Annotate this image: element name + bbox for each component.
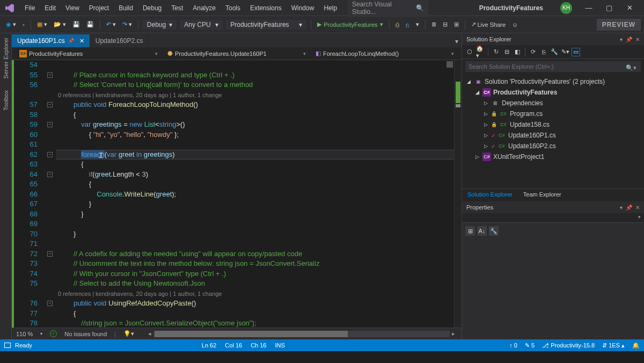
pin-icon[interactable]: 📌 [68, 38, 74, 43]
close-button[interactable]: ✕ [619, 0, 640, 16]
toolbox-tab[interactable]: Toolbox [2, 89, 10, 112]
panel-dropdown-icon[interactable]: ▾ [620, 205, 623, 210]
redo-button[interactable]: ↷▾ [120, 19, 135, 30]
navigation-bar: C#ProductivityFeatures▾ ⬣ProductivityFea… [12, 47, 462, 60]
status-col[interactable]: Col 16 [225, 342, 242, 349]
liveshare-button[interactable]: ↗ Live Share [469, 19, 509, 30]
standard-toolbar: ◉ ▾ • ▦▾ 📂▾ 💾 💾 ↶▾ ↷▾ Debug▾ Any CPU▾ Pr… [0, 16, 644, 33]
quick-launch[interactable]: Search Visual Studio... 🔍 [348, 0, 428, 17]
code-editor[interactable]: 5455565758596061626364656667686970717273… [12, 60, 462, 328]
home-button[interactable]: 🏠▾ [476, 48, 485, 56]
status-ch[interactable]: Ch 16 [251, 342, 266, 349]
sort-icon[interactable]: A↓ [477, 226, 487, 236]
user-avatar[interactable]: KH [560, 2, 572, 14]
fold-column[interactable]: −−−−−−− [46, 60, 56, 328]
copy-icon[interactable]: ⎘ [539, 48, 548, 56]
nav-type[interactable]: ⬣ProductivityFeatures.Update160P1▾ [164, 49, 309, 58]
branch-indicator[interactable]: ⎇ Productivity-15.8 [542, 342, 595, 349]
menu-extensions[interactable]: Extensions [246, 2, 286, 14]
nav-member[interactable]: ◧ForeachLoopToLinqMethod()▾ [312, 49, 457, 58]
menu-build[interactable]: Build [114, 2, 137, 14]
menu-tools[interactable]: Tools [221, 2, 245, 14]
nav-back-button[interactable]: ◉ ▾ [3, 19, 19, 30]
indent-button-3[interactable]: ⊞ [451, 19, 462, 30]
output-icon[interactable] [4, 343, 11, 348]
pending-changes[interactable]: ✎ 5 [525, 342, 535, 349]
tree-item-dependencies[interactable]: ▷⊞Dependencies [463, 98, 643, 108]
nav-forward-button[interactable]: • [20, 20, 27, 30]
home-icon[interactable]: ⬡ [465, 48, 474, 56]
tree-item-xunittestproject1[interactable]: ▷C#XUnitTestProject1 [463, 151, 643, 162]
publish-up[interactable]: ↑ 0 [509, 342, 517, 349]
config-combo[interactable]: Debug▾ [143, 20, 177, 30]
menu-file[interactable]: File [20, 2, 39, 14]
split-button[interactable] [447, 61, 453, 68]
indent-button-1[interactable]: ≣ [429, 19, 439, 30]
menu-analyze[interactable]: Analyze [188, 2, 220, 14]
tab-team-explorer[interactable]: Team Explorer [518, 189, 567, 201]
props-wrench-icon[interactable]: 🔧 [489, 226, 499, 236]
minimize-button[interactable]: — [579, 0, 599, 16]
menu-edit[interactable]: Edit [40, 2, 60, 14]
repo-indicator[interactable]: ⇵ 1ES ▴ [602, 342, 625, 349]
undo-button[interactable]: ↶▾ [104, 19, 119, 30]
tree-item-update160p2-cs[interactable]: ▷✓C#Update160P2.cs [463, 141, 643, 151]
panel-close-icon[interactable]: ✕ [635, 37, 640, 42]
menu-view[interactable]: View [61, 2, 84, 14]
startup-combo[interactable]: ProductivityFeatures▾ [226, 20, 306, 30]
properties-icon[interactable]: 🔧 [550, 48, 559, 56]
solution-search-input[interactable] [465, 61, 641, 72]
refresh-icon[interactable]: ⟳ [529, 48, 537, 56]
properties-combo[interactable]: ▾ [462, 213, 644, 223]
step-button-2[interactable]: ⎌ [403, 20, 412, 30]
new-project-button[interactable]: ▦▾ [34, 19, 50, 30]
menu-window[interactable]: Window [287, 2, 319, 14]
tree-item-update158-cs[interactable]: ▷🔒C#Update158.cs [463, 119, 643, 130]
tab-update160p1[interactable]: Update160P1.cs 📌 ✕ [12, 34, 90, 47]
platform-combo[interactable]: Any CPU▾ [180, 20, 223, 30]
panel-pin-icon[interactable]: 📌 [626, 37, 632, 42]
menu-test[interactable]: Test [167, 2, 187, 14]
scroll-map[interactable] [454, 60, 462, 328]
open-file-button[interactable]: 📂▾ [51, 19, 69, 30]
wrench-icon[interactable]: ✎▾ [561, 48, 569, 56]
save-all-button[interactable]: 💾 [84, 19, 97, 30]
menu-debug[interactable]: Debug [138, 2, 166, 14]
horizontal-scrollbar[interactable]: ◂ ▸ [146, 331, 457, 337]
notifications-icon[interactable]: 🔔 [632, 342, 640, 349]
panel-pin-icon[interactable]: 📌 [626, 205, 632, 210]
tree-item-productivityfeatures[interactable]: ◢C#ProductivityFeatures [463, 87, 643, 98]
categorize-icon[interactable]: ⊞ [465, 226, 475, 236]
sync-icon[interactable]: ↻ [492, 48, 500, 56]
panel-close-icon[interactable]: ✕ [635, 205, 640, 210]
step-button-3[interactable]: ▾ [413, 19, 422, 30]
tree-item-program-cs[interactable]: ▷🔒C#Program.cs [463, 108, 643, 119]
menu-project[interactable]: Project [85, 2, 113, 14]
indent-button-2[interactable]: ⊟ [440, 19, 450, 30]
status-ins[interactable]: INS [275, 342, 284, 349]
close-icon[interactable]: ✕ [79, 38, 84, 45]
tab-overflow-button[interactable]: ▾ [452, 35, 462, 47]
status-line[interactable]: Ln 62 [202, 342, 217, 349]
feedback-button[interactable]: ☺ [509, 20, 521, 30]
issues-text[interactable]: No issues found [64, 331, 107, 337]
step-button-1[interactable]: ⎙ [393, 20, 402, 30]
start-debug-button[interactable]: ▶ ProductivityFeatures ▾ [314, 19, 385, 30]
tree-item-update160p1-cs[interactable]: ▷✓C#Update160P1.cs [463, 130, 643, 141]
show-all-icon[interactable]: ◧ [513, 48, 522, 56]
maximize-button[interactable]: ▢ [599, 0, 619, 16]
tab-solution-explorer[interactable]: Solution Explorer [462, 189, 518, 201]
tab-update160p2[interactable]: Update160P2.cs [90, 34, 149, 47]
panel-dropdown-icon[interactable]: ▾ [620, 37, 623, 42]
zoom-level[interactable]: 110 % [16, 331, 33, 337]
menu-help[interactable]: Help [319, 2, 341, 14]
collapse-icon[interactable]: ⊟ [502, 48, 511, 56]
search-icon[interactable]: 🔍▾ [626, 64, 636, 71]
solution-tree[interactable]: ◢▣Solution 'ProductivityFeatures' (2 pro… [462, 74, 644, 188]
lightbulb-icon[interactable]: 💡▾ [123, 330, 134, 337]
preview-toggle[interactable]: ▭ [572, 48, 580, 56]
nav-project[interactable]: C#ProductivityFeatures▾ [16, 49, 161, 59]
code-lines[interactable]: // Place cursor in foreach keyword and t… [56, 60, 454, 328]
server-explorer-tab[interactable]: Server Explorer [2, 37, 10, 79]
save-button[interactable]: 💾 [70, 19, 83, 30]
